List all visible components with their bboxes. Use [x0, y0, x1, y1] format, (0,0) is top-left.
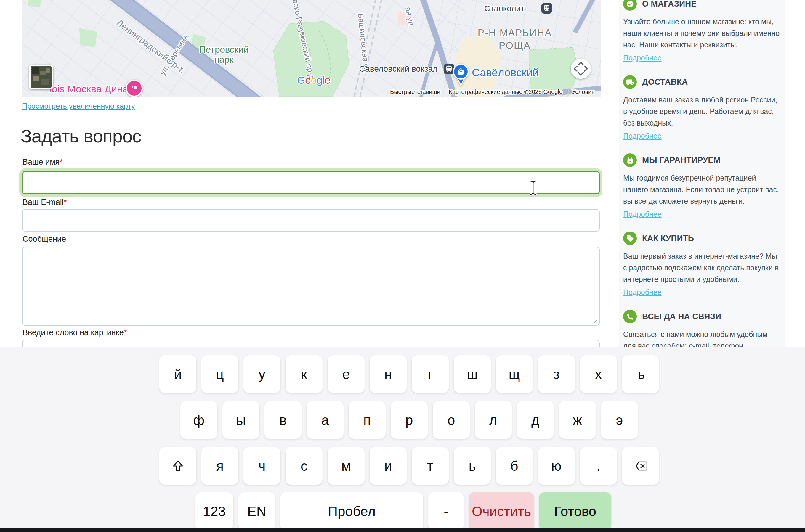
email-field[interactable]: [22, 209, 600, 231]
map-data-notice: Картографические данные ©2025 Google: [449, 89, 562, 95]
backspace-key[interactable]: [622, 447, 659, 484]
required-mark: *: [124, 328, 127, 337]
sidebar-section-title: КАК КУПИТЬ: [642, 233, 694, 243]
shift-key[interactable]: [160, 447, 196, 484]
station-label: Савеловский вокзал: [359, 64, 438, 73]
language-key[interactable]: EN: [239, 492, 275, 530]
key-ц[interactable]: ц: [201, 355, 239, 393]
sidebar-more-link[interactable]: Подробнее: [623, 288, 662, 296]
price-tag-icon: [623, 231, 637, 245]
name-label: Ваше имя*: [22, 157, 63, 167]
key-б[interactable]: б: [496, 447, 533, 484]
space-key[interactable]: Пробел: [280, 492, 423, 530]
sidebar-section: ВСЕГДА НА СВЯЗИСвязаться с нами можно лю…: [623, 310, 781, 352]
view-larger-map-link[interactable]: Просмотреть увеличенную карту: [22, 102, 135, 110]
key-з[interactable]: з: [538, 355, 575, 393]
virtual-keyboard: йцукенгшщзхъфывапролджэячсмитьбю.123ENПр…: [0, 347, 805, 529]
key-х[interactable]: х: [580, 355, 617, 393]
key-п[interactable]: п: [349, 401, 386, 439]
key-у[interactable]: у: [243, 355, 280, 393]
key-с[interactable]: с: [285, 447, 322, 484]
key-я[interactable]: я: [201, 447, 239, 484]
captcha-label: Введите слово на картинке*: [22, 328, 127, 337]
key-м[interactable]: м: [327, 447, 364, 484]
train-station-icon: [444, 64, 454, 74]
map-pan-control[interactable]: [571, 59, 591, 79]
district-label: РОЩА: [499, 40, 531, 51]
key-н[interactable]: н: [370, 355, 407, 393]
key-г[interactable]: г: [412, 355, 449, 393]
done-key[interactable]: Готово: [539, 492, 611, 530]
park-label: Петровский: [199, 44, 249, 55]
key-д[interactable]: д: [517, 401, 554, 439]
key-й[interactable]: й: [160, 355, 196, 393]
message-label: Сообщение: [22, 234, 66, 244]
key-т[interactable]: т: [412, 447, 449, 484]
numbers-key[interactable]: 123: [195, 492, 233, 530]
key-ю[interactable]: ю: [538, 447, 575, 484]
google-logo: Google: [297, 74, 331, 86]
key-а[interactable]: а: [306, 401, 343, 439]
sidebar-section-title: О МАГАЗИНЕ: [642, 0, 697, 8]
key-ч[interactable]: ч: [243, 447, 280, 484]
key-в[interactable]: в: [264, 401, 301, 439]
sidebar-section: МЫ ГАРАНТИРУЕММы гордимся безупречной ре…: [623, 153, 781, 218]
sidebar-more-link[interactable]: Подробнее: [623, 210, 662, 218]
district-label: Р-Н МАРЬИНА: [478, 27, 552, 38]
sidebar-section-text: Ваш первый заказ в интернет-магазине? Мы…: [623, 250, 781, 285]
dash-key[interactable]: -: [428, 492, 464, 530]
lock-icon: [623, 153, 637, 167]
key-е[interactable]: е: [327, 355, 364, 393]
message-textarea[interactable]: [22, 247, 600, 326]
key-ъ[interactable]: ъ: [622, 355, 659, 393]
info-sidebar: О МАГАЗИНЕУзнайте больше о нашем магазин…: [619, 0, 785, 352]
satellite-view-toggle[interactable]: [29, 64, 53, 90]
key-щ[interactable]: щ: [496, 355, 533, 393]
key-.[interactable]: .: [580, 447, 617, 484]
key-ы[interactable]: ы: [222, 401, 259, 439]
bottom-bar: [0, 529, 805, 532]
truck-icon: [623, 75, 637, 89]
hotel-pin-icon[interactable]: [126, 80, 142, 96]
name-input[interactable]: [22, 171, 600, 194]
sidebar-more-link[interactable]: Подробнее: [623, 132, 662, 140]
page-title: Задать вопрос: [21, 126, 141, 147]
email-label: Ваш E-mail*: [22, 198, 67, 207]
key-о[interactable]: о: [433, 401, 470, 439]
sidebar-more-link[interactable]: Подробнее: [623, 54, 662, 62]
train-station-icon: [541, 3, 552, 14]
badge-check-icon: [623, 0, 637, 11]
sidebar-section-text: Доставим ваш заказ в любой регион России…: [623, 94, 781, 129]
key-ф[interactable]: ф: [180, 401, 218, 439]
sidebar-section: ДОСТАВКАДоставим ваш заказ в любой регио…: [623, 75, 781, 140]
sidebar-section: КАК КУПИТЬВаш первый заказ в интернет-ма…: [623, 231, 781, 297]
sidebar-section-text: Мы гордимся безупречной репутацией нашег…: [623, 172, 781, 207]
sidebar-section-title: ВСЕГДА НА СВЯЗИ: [642, 312, 721, 321]
key-э[interactable]: э: [601, 401, 638, 439]
google-map[interactable]: Ленинградский пр-т. ул. Серегина ровско-…: [22, 0, 601, 96]
phone-icon: [623, 310, 637, 323]
key-ь[interactable]: ь: [454, 447, 491, 484]
map-shortcuts-link[interactable]: Быстрые клавиши: [390, 89, 441, 95]
key-ш[interactable]: ш: [454, 355, 491, 393]
map-terms-link[interactable]: Условия: [572, 89, 595, 95]
key-ж[interactable]: ж: [559, 401, 596, 439]
key-р[interactable]: р: [391, 401, 428, 439]
clear-key[interactable]: Очистить: [469, 492, 534, 530]
key-л[interactable]: л: [475, 401, 512, 439]
sidebar-section-text: Узнайте больше о нашем магазине: кто мы,…: [623, 16, 781, 51]
required-mark: *: [64, 198, 67, 207]
station-label: Станколит: [484, 4, 525, 13]
required-mark: *: [59, 157, 63, 166]
key-и[interactable]: и: [370, 447, 407, 484]
poi-label[interactable]: Савёловский: [472, 66, 539, 79]
sidebar-section-title: МЫ ГАРАНТИРУЕМ: [642, 155, 720, 165]
park-label: парк: [214, 55, 234, 65]
sidebar-section: О МАГАЗИНЕУзнайте больше о нашем магазин…: [623, 0, 781, 62]
key-к[interactable]: к: [285, 355, 322, 393]
sidebar-section-title: ДОСТАВКА: [642, 77, 688, 87]
